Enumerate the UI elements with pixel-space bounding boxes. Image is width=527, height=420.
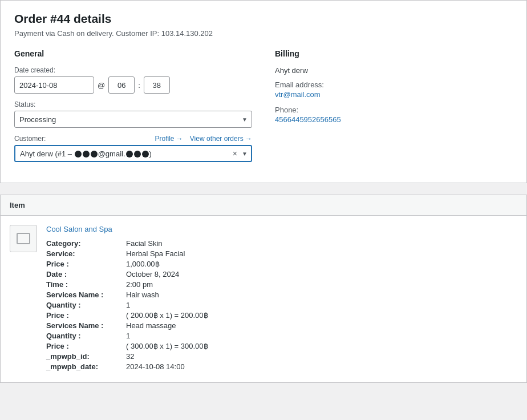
dot3 (91, 151, 98, 158)
general-section: General Date created: @ : Status: (14, 49, 252, 169)
billing-email-label: Email address: (275, 80, 513, 89)
items-column-label: Item (10, 201, 25, 209)
customer-field-group: Customer: Profile → View other orders → … (14, 135, 252, 162)
date-field-group: Date created: @ : (14, 66, 252, 94)
item-name-link[interactable]: Cool Salon and Spa (46, 225, 517, 233)
meta-value: 2:00 pm (126, 280, 153, 289)
general-heading: General (14, 49, 252, 58)
date-row: @ : (14, 76, 252, 94)
meta-row: Price :( 300.00฿ x 1) = 300.00฿ (46, 342, 517, 350)
meta-row: Quantity :1 (46, 301, 517, 309)
dot2 (83, 151, 90, 158)
meta-value: October 8, 2024 (126, 270, 179, 278)
status-label: Status: (14, 100, 252, 108)
meta-value: 32 (126, 352, 134, 361)
order-subtitle: Payment via Cash on delivery. Customer I… (14, 29, 513, 38)
meta-row: Price :( 200.00฿ x 1) = 200.00฿ (46, 311, 517, 320)
billing-phone-link[interactable]: 4566445952656565 (275, 115, 341, 124)
colon-symbol: : (138, 81, 140, 90)
meta-label: Date : (46, 270, 126, 278)
meta-row: Quantity :1 (46, 332, 517, 340)
meta-value: Facial Skin (126, 239, 163, 248)
billing-section: Billing Ahyt derw Email address: vtr@mai… (275, 49, 513, 169)
meta-value: 2024-10-08 14:00 (126, 362, 185, 371)
meta-label: Price : (46, 260, 126, 268)
meta-row: Services Name :Head massage (46, 321, 517, 330)
page-wrapper: Order #44 details Payment via Cash on de… (0, 0, 527, 420)
meta-label: Quantity : (46, 332, 126, 340)
date-label: Date created: (14, 66, 252, 74)
profile-link[interactable]: Profile → (155, 135, 183, 143)
meta-value: ( 300.00฿ x 1) = 300.00฿ (126, 342, 208, 350)
date-input[interactable] (14, 76, 94, 94)
meta-label: Services Name : (46, 321, 126, 330)
billing-email-group: Email address: vtr@mail.com (275, 80, 513, 99)
view-orders-link[interactable]: View other orders → (190, 135, 252, 143)
dot5 (134, 151, 141, 158)
meta-label: Time : (46, 280, 126, 289)
meta-label: _mpwpb_id: (46, 352, 126, 361)
dot6 (142, 151, 149, 158)
minute-input[interactable] (144, 76, 170, 94)
order-details-card: Order #44 details Payment via Cash on de… (0, 0, 527, 183)
item-content: Cool Salon and Spa Category:Facial SkinS… (46, 225, 517, 373)
meta-row: Services Name :Hair wash (46, 290, 517, 299)
meta-label: _mpwpb_date: (46, 362, 126, 371)
status-select-wrapper: Pending payment Processing On hold Compl… (14, 111, 252, 128)
item-thumbnail (10, 225, 37, 252)
customer-header: Customer: Profile → View other orders → (14, 135, 252, 143)
customer-clear-button[interactable]: × (233, 149, 237, 158)
billing-phone-label: Phone: (275, 106, 513, 114)
items-card: Item Cool Salon and Spa Category:Facial … (0, 195, 527, 383)
customer-label: Customer: (14, 135, 46, 143)
dot4 (126, 151, 133, 158)
meta-row: Date :October 8, 2024 (46, 270, 517, 278)
customer-select-box[interactable]: Ahyt derw (#1 – @gmail.) × ▼ (14, 145, 252, 162)
meta-label: Service: (46, 249, 126, 258)
dot1 (75, 151, 82, 158)
meta-row: Category:Facial Skin (46, 239, 517, 248)
meta-value: Hair wash (126, 290, 159, 299)
meta-value: ( 200.00฿ x 1) = 200.00฿ (126, 311, 208, 320)
order-title: Order #44 details (14, 12, 513, 26)
item-meta-table: Category:Facial SkinService:Herbal Spa F… (46, 239, 517, 371)
billing-heading: Billing (275, 49, 513, 58)
billing-name: Ahyt derw (275, 66, 513, 75)
item-row: Cool Salon and Spa Category:Facial SkinS… (1, 216, 526, 382)
meta-row: _mpwpb_date:2024-10-08 14:00 (46, 362, 517, 371)
meta-label: Category: (46, 239, 126, 248)
customer-chevron-icon[interactable]: ▼ (242, 151, 248, 157)
meta-value: 1 (126, 301, 130, 309)
meta-value: Head massage (126, 321, 176, 330)
items-header: Item (1, 195, 526, 216)
billing-phone-group: Phone: 4566445952656565 (275, 106, 513, 124)
thumbnail-placeholder-icon (17, 233, 30, 244)
meta-value: Herbal Spa Facial (126, 249, 185, 258)
billing-email-link[interactable]: vtr@mail.com (275, 90, 321, 99)
hour-input[interactable] (108, 76, 135, 94)
meta-row: Time :2:00 pm (46, 280, 517, 289)
meta-label: Quantity : (46, 301, 126, 309)
meta-row: _mpwpb_id:32 (46, 352, 517, 361)
meta-label: Price : (46, 342, 126, 350)
meta-row: Service:Herbal Spa Facial (46, 249, 517, 258)
meta-label: Price : (46, 311, 126, 320)
two-column-layout: General Date created: @ : Status: (14, 49, 513, 169)
meta-value: 1,000.00฿ (126, 260, 160, 268)
customer-name-text: Ahyt derw (#1 – @gmail.) (20, 150, 152, 158)
meta-value: 1 (126, 332, 130, 340)
status-field-group: Status: Pending payment Processing On ho… (14, 100, 252, 128)
customer-links: Profile → View other orders → (155, 135, 252, 143)
meta-row: Price :1,000.00฿ (46, 260, 517, 268)
status-select[interactable]: Pending payment Processing On hold Compl… (14, 111, 252, 128)
meta-label: Services Name : (46, 290, 126, 299)
at-symbol: @ (98, 81, 105, 90)
